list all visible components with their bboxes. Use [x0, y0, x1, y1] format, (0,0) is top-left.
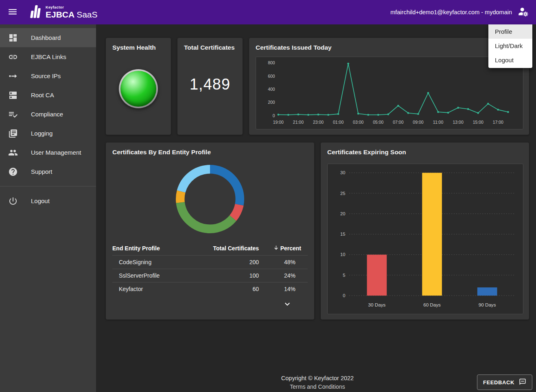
cell-profile: Keyfactor — [112, 286, 198, 292]
feedback-label: FEEDBACK — [483, 379, 514, 385]
menu-item-profile[interactable]: Profile — [488, 24, 532, 39]
sidebar-item-source-ips[interactable]: Source IPs — [0, 66, 96, 85]
header-percent-label: Percent — [280, 245, 301, 252]
health-status-orb — [120, 71, 156, 107]
svg-text:400: 400 — [268, 87, 275, 92]
sidebar-divider — [0, 186, 96, 186]
card-title: System Health — [106, 38, 171, 55]
svg-text:23:00: 23:00 — [313, 120, 324, 125]
sidebar-item-logout[interactable]: Logout — [0, 191, 96, 210]
svg-text:0: 0 — [343, 293, 345, 298]
cell-percent: 14% — [259, 286, 308, 292]
manage-accounts-icon — [518, 6, 529, 18]
sidebar-item-label: Logging — [31, 130, 53, 137]
sidebar-item-label: Compliance — [31, 111, 63, 118]
sidebar-item-label: Logout — [31, 197, 50, 204]
checklist-icon — [8, 109, 18, 119]
svg-text:30 Days: 30 Days — [368, 302, 386, 307]
sidebar-item-compliance[interactable]: Compliance — [0, 105, 96, 124]
svg-text:05:00: 05:00 — [373, 120, 383, 125]
total-certificates-value: 1,489 — [177, 76, 243, 93]
table-row: Keyfactor 60 14% — [112, 282, 308, 296]
terms-link[interactable]: Terms and Conditions — [290, 383, 345, 390]
cell-total: 200 — [198, 259, 259, 265]
svg-text:600: 600 — [268, 74, 275, 79]
svg-text:07:00: 07:00 — [393, 120, 403, 125]
svg-text:60 Days: 60 Days — [423, 302, 441, 307]
sidebar-item-logging[interactable]: Logging — [0, 124, 96, 143]
certificates-expiring-card: Certificates Expiring Soon 0510152025303… — [321, 142, 529, 320]
cell-percent: 48% — [259, 259, 308, 265]
svg-text:19:00: 19:00 — [273, 120, 284, 125]
cell-profile: SslServerProfile — [112, 272, 198, 279]
user-email-label: mfairchild+demo1@keyfactor.com - mydomai… — [390, 9, 512, 15]
expand-table-button[interactable] — [282, 299, 292, 310]
power-icon — [8, 196, 18, 206]
chevron-down-icon — [282, 299, 292, 310]
source-arrow-icon — [8, 71, 18, 81]
brand-text: Keyfactor EJBCASaaS — [46, 6, 98, 19]
dashboard-icon — [8, 33, 18, 43]
svg-text:200: 200 — [268, 100, 275, 105]
keyfactor-logo-icon — [28, 3, 43, 21]
logs-icon — [8, 129, 18, 138]
page-footer: Copyright © Keyfactor 2022 Terms and Con… — [106, 375, 529, 392]
svg-text:0: 0 — [273, 114, 275, 118]
copyright-text: Copyright © Keyfactor 2022 — [106, 375, 529, 381]
people-icon — [8, 148, 18, 158]
header-percent[interactable]: Percent — [259, 245, 308, 252]
sidebar-item-user-management[interactable]: User Management — [0, 143, 96, 162]
brand-logo: Keyfactor EJBCASaaS — [28, 3, 98, 21]
header-end-entity-profile[interactable]: End Entity Profile — [112, 245, 198, 252]
health-status-ring — [119, 69, 158, 108]
sidebar-item-ejbca-links[interactable]: EJBCA Links — [0, 47, 96, 66]
server-icon — [8, 90, 18, 100]
svg-text:17:00: 17:00 — [493, 120, 503, 125]
sidebar-item-label: EJBCA Links — [31, 53, 66, 60]
sidebar-item-label: Source IPs — [31, 72, 61, 79]
feedback-button[interactable]: FEEDBACK — [477, 374, 532, 390]
svg-text:03:00: 03:00 — [353, 120, 363, 125]
issued-today-line-chart: 020040060080019:0021:0023:0001:0003:0005… — [257, 58, 522, 128]
help-icon — [8, 167, 18, 177]
total-certificates-card: Total Certificates 1,489 — [177, 38, 243, 135]
svg-text:20: 20 — [340, 211, 345, 216]
certificates-issued-today-card: Certificates Issued Today 02004006008001… — [249, 38, 529, 135]
svg-text:11:00: 11:00 — [433, 120, 444, 125]
svg-text:10: 10 — [340, 252, 345, 257]
system-health-card: System Health — [106, 38, 171, 135]
main-content: System Health Total Certificates 1,489 C… — [96, 0, 536, 392]
end-entity-table: End Entity Profile Total Certificates Pe… — [112, 241, 308, 296]
sort-descending-icon — [273, 245, 279, 252]
expiring-bar-chart: 05101520253030 Days60 Days90 Days — [328, 165, 522, 313]
sidebar-item-label: User Management — [31, 149, 81, 156]
account-menu-button[interactable] — [518, 6, 529, 18]
line-chart-panel: 020040060080019:0021:0023:0001:0003:0005… — [256, 57, 523, 129]
cell-total: 100 — [198, 272, 259, 279]
sidebar-item-support[interactable]: Support — [0, 162, 96, 181]
certificates-by-profile-card: Certificates By End Entity Profile End E… — [106, 142, 314, 320]
menu-button[interactable] — [7, 7, 18, 18]
menu-item-light-dark[interactable]: Light/Dark — [488, 39, 532, 53]
svg-text:25: 25 — [340, 191, 345, 196]
card-title: Certificates By End Entity Profile — [106, 142, 314, 159]
link-icon — [8, 52, 18, 62]
svg-text:5: 5 — [343, 273, 345, 278]
cell-profile: CodeSigning — [112, 259, 198, 265]
cell-percent: 24% — [259, 272, 308, 279]
header-total-certificates[interactable]: Total Certificates — [198, 245, 259, 252]
sidebar-item-dashboard[interactable]: Dashboard — [0, 28, 96, 47]
table-row: CodeSigning 200 48% — [112, 255, 308, 269]
menu-item-logout[interactable]: Logout — [488, 53, 532, 67]
svg-text:13:00: 13:00 — [453, 120, 464, 125]
brand-keyfactor-label: Keyfactor — [46, 6, 98, 9]
svg-text:800: 800 — [268, 61, 275, 65]
svg-text:15:00: 15:00 — [473, 120, 483, 125]
hamburger-menu-icon — [7, 7, 18, 18]
sidebar-item-root-ca[interactable]: Root CA — [0, 85, 96, 105]
sidebar-item-label: Dashboard — [31, 34, 61, 41]
table-header-row: End Entity Profile Total Certificates Pe… — [112, 241, 308, 255]
sidebar-item-label: Support — [31, 168, 53, 175]
card-title: Certificates Issued Today — [249, 38, 529, 55]
card-title: Certificates Expiring Soon — [321, 142, 529, 159]
